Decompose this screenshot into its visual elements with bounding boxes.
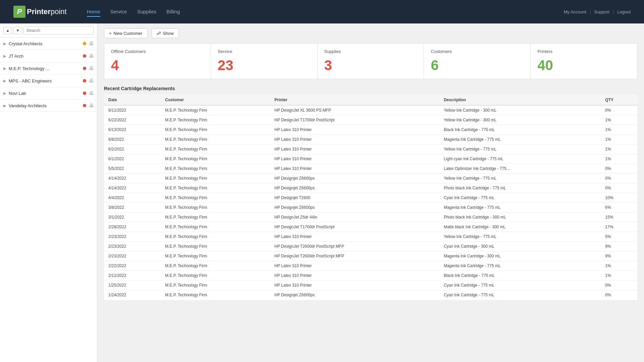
print-icon[interactable]: 🖶: [89, 66, 94, 71]
stat-service: Service 23: [211, 44, 318, 79]
cell-qty: 9%: [601, 251, 637, 261]
sidebar-item-label: Vandelay Architects: [9, 103, 83, 108]
sidebar-item-0[interactable]: ▶ Crystal Architects 🖶: [0, 38, 97, 50]
main-content: + New Customer ☍ Show Offline Customers …: [97, 23, 644, 362]
cell-qty: 9%: [601, 242, 637, 251]
cell-printer: HP DesignJet XL 3600 PS MFP: [270, 105, 440, 115]
stat-label: Supplies: [324, 49, 417, 54]
expand-arrow: ▶: [3, 66, 6, 71]
nav-links: Home Service Supplies Billing: [87, 7, 564, 17]
support-link[interactable]: Support: [594, 9, 609, 14]
cell-qty: 0%: [601, 105, 637, 115]
collapse-down-button[interactable]: ▼: [13, 27, 22, 34]
cell-customer: M.E.P. Technology Firm: [161, 105, 270, 115]
expand-arrow: ▶: [3, 91, 6, 96]
nav-billing[interactable]: Billing: [166, 7, 180, 17]
stat-value: 40: [537, 57, 630, 73]
nav-service[interactable]: Service: [110, 7, 127, 17]
cell-qty: 15%: [601, 213, 637, 222]
show-label: Show: [163, 31, 174, 36]
nav-divider1: |: [590, 9, 591, 14]
logo-text: Printerpoint: [27, 7, 67, 16]
stat-supplies: Supplies 3: [318, 44, 424, 79]
cell-date: 2/28/2022: [104, 222, 161, 232]
sidebar-item-label: JT Arch: [9, 54, 83, 59]
sidebar-list: ▶ Crystal Architects 🖶 ▶ JT Arch 🖶 ▶ M.E…: [0, 38, 97, 362]
status-dot: [83, 42, 86, 45]
cell-description: Cyan Ink Cartridge - 300 mL: [440, 242, 601, 251]
nav-right: My Account | Support | Logout: [564, 9, 631, 14]
cell-description: Black Ink Cartridge - 775 mL: [440, 271, 601, 281]
status-dot: [83, 67, 86, 70]
print-icon[interactable]: 🖶: [89, 78, 94, 83]
table-row: 4/4/2022 M.E.P. Technology Firm HP Desig…: [104, 193, 637, 203]
stat-customers: Customers 6: [424, 44, 531, 79]
sidebar-item-label: M.E.P. Technology ...: [9, 66, 83, 71]
print-icon[interactable]: 🖶: [89, 103, 94, 108]
nav-supplies[interactable]: Supplies: [137, 7, 157, 17]
cell-qty: 1%: [601, 144, 637, 154]
print-icon[interactable]: 🖶: [89, 90, 94, 96]
sidebar-item-3[interactable]: ▶ MPS - ABC Engineers 🖶: [0, 75, 97, 87]
stat-label: Customers: [431, 49, 524, 54]
table-row: 6/22/2022 M.E.P. Technology Firm HP Desi…: [104, 115, 637, 125]
print-icon[interactable]: 🖶: [89, 53, 94, 59]
cell-description: Cyan Ink Cartridge - 775 mL: [440, 290, 601, 300]
cell-customer: M.E.P. Technology Firm: [161, 251, 270, 261]
cell-date: 2/23/2022: [104, 251, 161, 261]
cell-customer: M.E.P. Technology Firm: [161, 281, 270, 290]
cell-printer: HP Designjet Z6600ps: [270, 183, 440, 193]
cell-printer: HP Latex 310 Printer: [270, 135, 440, 144]
sidebar-item-2[interactable]: ▶ M.E.P. Technology ... 🖶: [0, 62, 97, 75]
cell-printer: HP DesignJet T2600dr PostScript MFP: [270, 242, 440, 251]
sidebar-item-label: Novi Lab: [9, 91, 83, 96]
sidebar-item-1[interactable]: ▶ JT Arch 🖶: [0, 50, 97, 62]
cell-printer: HP Latex 310 Printer: [270, 125, 440, 135]
cell-description: Light cyan Ink Cartridge - 775 mL: [440, 154, 601, 164]
status-dot: [83, 54, 86, 58]
cell-customer: M.E.P. Technology Firm: [161, 213, 270, 222]
cell-date: 2/22/2022: [104, 261, 161, 271]
stat-label: Offline Customers: [111, 49, 204, 54]
cell-description: Yellow Ink Cartridge - 775 mL: [440, 174, 601, 183]
cell-customer: M.E.P. Technology Firm: [161, 290, 270, 300]
cell-customer: M.E.P. Technology Firm: [161, 271, 270, 281]
cell-description: Cyan Ink Cartridge - 775 mL: [440, 281, 601, 290]
stat-printers: Printers 40: [531, 44, 637, 79]
status-dot: [83, 92, 86, 95]
table-row: 4/14/2022 M.E.P. Technology Firm HP Desi…: [104, 183, 637, 193]
cell-date: 6/8/2022: [104, 135, 161, 144]
logout-link[interactable]: Logout: [617, 9, 631, 14]
sidebar-item-4[interactable]: ▶ Novi Lab 🖶: [0, 87, 97, 100]
cell-printer: HP Latex 310 Printer: [270, 164, 440, 174]
cell-customer: M.E.P. Technology Firm: [161, 242, 270, 251]
print-icon[interactable]: 🖶: [89, 41, 94, 46]
sidebar-item-5[interactable]: ▶ Vandelay Architects 🖶: [0, 100, 97, 112]
my-account-link[interactable]: My Account: [564, 9, 586, 14]
cell-description: Yellow Ink Cartridge - 775 mL: [440, 232, 601, 242]
table-row: 4/14/2022 M.E.P. Technology Firm HP Desi…: [104, 174, 637, 183]
collapse-up-button[interactable]: ▲: [3, 27, 12, 34]
table-row: 3/8/2022 M.E.P. Technology Firm HP Desig…: [104, 203, 637, 213]
cell-printer: HP DesignJet T1700dr PostScript: [270, 115, 440, 125]
cell-date: 4/14/2022: [104, 183, 161, 193]
cell-printer: HP Designjet Z6600ps: [270, 174, 440, 183]
cell-description: Photo black Ink Cartridge - 775 mL: [440, 183, 601, 193]
cell-date: 3/8/2022: [104, 203, 161, 213]
stat-offline-customers: Offline Customers 4: [104, 44, 211, 79]
table-row: 2/11/2022 M.E.P. Technology Firm HP Late…: [104, 271, 637, 281]
stats-row: Offline Customers 4 Service 23 Supplies …: [104, 43, 637, 79]
show-button[interactable]: ☍ Show: [152, 28, 179, 38]
table-row: 6/13/2022 M.E.P. Technology Firm HP Late…: [104, 125, 637, 135]
nav-home[interactable]: Home: [87, 7, 100, 17]
search-input[interactable]: [23, 26, 94, 35]
new-customer-button[interactable]: + New Customer: [104, 28, 148, 38]
table-row: 8/11/2022 M.E.P. Technology Firm HP Desi…: [104, 105, 637, 115]
cell-printer: HP DesignJet Z6dr 44in: [270, 213, 440, 222]
cell-printer: HP Latex 310 Printer: [270, 144, 440, 154]
logo: P Printerpoint: [13, 6, 67, 18]
new-customer-label: New Customer: [114, 31, 143, 36]
cartridge-replacements-table: Date Customer Printer Description QTY 8/…: [104, 95, 637, 300]
cell-date: 6/22/2022: [104, 115, 161, 125]
stat-value: 23: [218, 57, 311, 73]
